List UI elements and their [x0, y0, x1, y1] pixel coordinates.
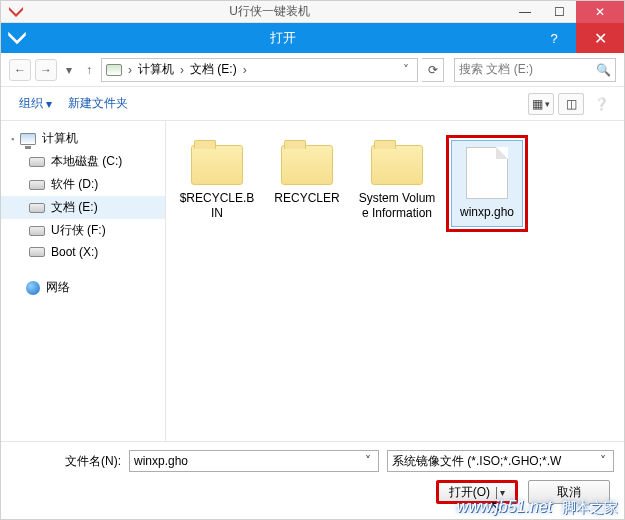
- nav-drive-d[interactable]: 软件 (D:): [1, 173, 165, 196]
- breadcrumb-location[interactable]: 文档 (E:): [190, 61, 237, 78]
- window-root: U行侠一键装机 — ☐ ✕ 打开 ? ✕ ← → ▾ ↑ › 计算机 › 文档 …: [0, 0, 625, 520]
- nav-drive-c[interactable]: 本地磁盘 (C:): [1, 150, 165, 173]
- folder-icon: [371, 145, 423, 185]
- chevron-right-icon: ›: [241, 63, 249, 77]
- dialog-help-button[interactable]: ?: [532, 23, 576, 53]
- dialog-app-icon: [7, 28, 27, 48]
- file-item-selected[interactable]: winxp.gho: [442, 131, 532, 236]
- preview-pane-button[interactable]: ◫: [558, 93, 584, 115]
- drive-icon: [29, 157, 45, 167]
- svg-marker-1: [8, 32, 26, 45]
- file-list[interactable]: $RECYCLE.BIN RECYCLER System Volume Info…: [166, 121, 624, 441]
- nav-drive-f[interactable]: U行侠 (F:): [1, 219, 165, 242]
- chevron-down-icon[interactable]: ˅: [362, 454, 374, 468]
- parent-window-title: U行侠一键装机: [31, 3, 508, 20]
- file-type-filter[interactable]: 系统镜像文件 (*.ISO;*.GHO;*.W ˅: [387, 450, 614, 472]
- filename-input[interactable]: winxp.gho ˅: [129, 450, 379, 472]
- chevron-right-icon: ›: [126, 63, 134, 77]
- svg-marker-0: [9, 7, 23, 17]
- nav-computer-label: 计算机: [42, 130, 78, 147]
- search-icon: 🔍: [596, 63, 611, 77]
- folder-icon: [281, 145, 333, 185]
- parent-maximize-button[interactable]: ☐: [542, 1, 576, 23]
- nav-network-label: 网络: [46, 279, 70, 296]
- file-item-folder[interactable]: $RECYCLE.BIN: [172, 131, 262, 231]
- file-label: winxp.gho: [454, 205, 520, 220]
- computer-icon: [20, 133, 36, 145]
- parent-app-icon: [7, 3, 25, 21]
- collapse-icon: ▪: [11, 134, 14, 144]
- search-input[interactable]: 搜索 文档 (E:) 🔍: [454, 58, 616, 82]
- view-options-button[interactable]: ▦▾: [528, 93, 554, 115]
- refresh-button[interactable]: ⟳: [422, 58, 444, 82]
- file-item-folder[interactable]: System Volume Information: [352, 131, 442, 231]
- split-button-caret[interactable]: │▾: [494, 487, 505, 498]
- file-label: $RECYCLE.BIN: [178, 191, 256, 221]
- drive-icon: [29, 180, 45, 190]
- nav-network[interactable]: 网络: [1, 276, 165, 299]
- help-button[interactable]: ❔: [588, 93, 614, 115]
- toolbar: 组织 ▾ 新建文件夹 ▦▾ ◫ ❔: [1, 87, 624, 121]
- nav-forward-button[interactable]: →: [35, 59, 57, 81]
- drive-icon: [106, 64, 122, 76]
- organize-button[interactable]: 组织 ▾: [11, 91, 60, 116]
- nav-recent-dropdown[interactable]: ▾: [61, 59, 77, 81]
- search-placeholder: 搜索 文档 (E:): [459, 61, 533, 78]
- new-folder-button[interactable]: 新建文件夹: [60, 91, 136, 116]
- file-item-folder[interactable]: RECYCLER: [262, 131, 352, 216]
- drive-icon: [29, 203, 45, 213]
- parent-minimize-button[interactable]: —: [508, 1, 542, 23]
- parent-titlebar: U行侠一键装机 — ☐ ✕: [1, 1, 624, 23]
- chevron-right-icon: ›: [178, 63, 186, 77]
- nav-back-button[interactable]: ←: [9, 59, 31, 81]
- chevron-down-icon[interactable]: ˅: [597, 454, 609, 468]
- breadcrumb-dropdown[interactable]: ˅: [399, 63, 413, 77]
- breadcrumb-computer[interactable]: 计算机: [138, 61, 174, 78]
- dialog-title: 打开: [33, 29, 532, 47]
- file-label: System Volume Information: [358, 191, 436, 221]
- breadcrumb[interactable]: › 计算机 › 文档 (E:) › ˅: [101, 58, 418, 82]
- highlight-box: winxp.gho: [446, 135, 528, 232]
- file-label: RECYCLER: [268, 191, 346, 206]
- nav-drive-x[interactable]: Boot (X:): [1, 242, 165, 262]
- nav-pane: ▪ 计算机 本地磁盘 (C:) 软件 (D:) 文档 (E:) U行侠 (F:)…: [1, 121, 166, 441]
- drive-icon: [29, 226, 45, 236]
- filename-label: 文件名(N):: [11, 453, 121, 470]
- parent-close-button[interactable]: ✕: [576, 1, 624, 23]
- nav-drive-e[interactable]: 文档 (E:): [1, 196, 165, 219]
- dialog-body: ▪ 计算机 本地磁盘 (C:) 软件 (D:) 文档 (E:) U行侠 (F:)…: [1, 121, 624, 441]
- folder-icon: [191, 145, 243, 185]
- network-icon: [26, 281, 40, 295]
- nav-computer[interactable]: ▪ 计算机: [1, 127, 165, 150]
- drive-icon: [29, 247, 45, 257]
- file-icon: [466, 147, 508, 199]
- chevron-down-icon: ▾: [46, 97, 52, 111]
- nav-up-button[interactable]: ↑: [81, 59, 97, 81]
- address-bar: ← → ▾ ↑ › 计算机 › 文档 (E:) › ˅ ⟳ 搜索 文档 (E:)…: [1, 53, 624, 87]
- dialog-titlebar: 打开 ? ✕: [1, 23, 624, 53]
- dialog-close-button[interactable]: ✕: [576, 23, 624, 53]
- watermark: www.jb51.net 脚本之家: [457, 498, 618, 517]
